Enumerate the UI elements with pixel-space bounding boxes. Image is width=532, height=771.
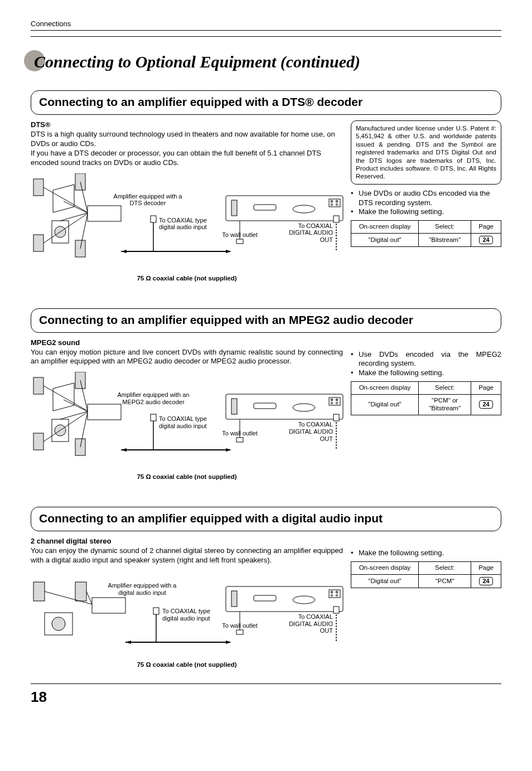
section-2-bullets: •Use DVDs encoded via the MPEG2 recordin…	[351, 350, 501, 379]
diagram-input-label: To COAXIAL type digital audio input	[159, 415, 209, 429]
section-3-body: You can enjoy the dynamic sound of 2 cha…	[31, 546, 343, 565]
svg-point-54	[293, 404, 315, 411]
svg-point-57	[336, 399, 338, 401]
settings-table-1: On-screen display Select: Page "Digital …	[351, 220, 501, 247]
table-cell-page: 24	[471, 575, 501, 588]
svg-point-56	[331, 399, 333, 401]
svg-rect-2	[33, 235, 43, 251]
svg-marker-16	[121, 250, 127, 253]
table-header: Page	[471, 221, 501, 234]
table-header: On-screen display	[351, 562, 419, 575]
svg-point-83	[331, 594, 333, 597]
bullet-text: Make the following setting.	[359, 368, 444, 378]
svg-rect-63	[333, 414, 339, 421]
table-cell-page: 24	[471, 234, 501, 247]
svg-point-58	[331, 402, 333, 405]
svg-rect-55	[329, 397, 340, 405]
svg-rect-45	[88, 404, 121, 420]
svg-point-22	[293, 205, 315, 213]
page-ref-box: 24	[479, 400, 492, 409]
section-2-body: You can enjoy motion picture and live co…	[31, 348, 343, 367]
bullet-text: Make the following setting.	[359, 549, 444, 558]
section-heading-box: Connecting to an amplifier equipped with…	[31, 90, 501, 115]
section-3-title: Connecting to an amplifier equipped with…	[39, 512, 493, 525]
settings-table-2: On-screen display Select: Page "Digital …	[351, 381, 501, 415]
svg-point-79	[293, 596, 315, 604]
svg-point-67	[52, 617, 65, 631]
svg-rect-50	[151, 414, 156, 421]
svg-rect-64	[33, 582, 45, 601]
table-header: On-screen display	[351, 382, 419, 395]
diagram-cable-caption: 75 Ω coaxial cable (not supplied)	[31, 473, 343, 480]
section-heading-box: Connecting to an amplifier equipped with…	[31, 308, 501, 333]
bullet-text: Make the following setting.	[359, 207, 444, 217]
svg-rect-19	[226, 196, 343, 221]
svg-rect-31	[333, 216, 339, 222]
svg-rect-77	[231, 591, 237, 607]
section-3-subhead: 2 channel digital stereo	[31, 537, 501, 545]
svg-marker-47	[226, 448, 231, 452]
svg-rect-80	[329, 590, 340, 598]
diagram-input-label: To COAXIAL type digital audio input	[159, 217, 209, 231]
svg-line-11	[60, 213, 88, 221]
svg-point-27	[336, 203, 338, 206]
svg-rect-18	[151, 216, 156, 222]
diagram-cable-caption: 75 Ω coaxial cable (not supplied)	[31, 275, 343, 282]
section-3-diagram: Amplifier equipped with a digital audio …	[31, 571, 343, 660]
svg-marker-72	[226, 641, 231, 644]
table-cell-page: 24	[471, 395, 501, 415]
page-title: Connecting to Optional Equipment (contin…	[31, 52, 501, 71]
svg-rect-51	[226, 394, 343, 419]
section-1-diagram: Amplifier equipped with a DTS decoder To…	[31, 173, 343, 274]
diagram-input-label: To COAXIAL type digital audio input	[162, 608, 212, 622]
bullet-text: Use DVDs or audio CDs encoded via the DT…	[359, 189, 501, 208]
page-ref-box: 24	[479, 577, 492, 585]
table-header: Page	[471, 382, 501, 395]
settings-table-3: On-screen display Select: Page "Digital …	[351, 561, 501, 588]
diagram-amp-label: Amplifier equipped with an MEPG2 audio d…	[109, 391, 198, 405]
svg-point-84	[336, 594, 338, 597]
svg-rect-20	[231, 200, 237, 216]
section-2-diagram: Amplifier equipped with an MEPG2 audio d…	[31, 372, 343, 472]
svg-rect-29	[236, 239, 243, 244]
svg-point-26	[331, 203, 333, 206]
svg-rect-21	[254, 205, 276, 210]
svg-point-81	[331, 591, 333, 594]
legal-box: Manufactured under license under U.S. Pa…	[351, 120, 501, 185]
page-ref-box: 24	[479, 236, 492, 244]
svg-rect-76	[226, 586, 343, 612]
svg-point-24	[331, 200, 333, 202]
svg-point-82	[336, 591, 338, 594]
table-cell: "Digital out"	[351, 575, 419, 588]
svg-rect-88	[333, 607, 339, 613]
diagram-cable-caption: 75 Ω coaxial cable (not supplied)	[31, 661, 343, 668]
diagram-amp-label: Amplifier equipped with a digital audio …	[100, 582, 184, 596]
svg-point-25	[336, 200, 338, 202]
table-header: Page	[471, 562, 501, 575]
diagram-out-label: To COAXIAL DIGITAL AUDIO OUT	[283, 421, 333, 442]
diagram-wall-label: To wall outlet	[220, 622, 259, 629]
table-header: On-screen display	[351, 221, 419, 234]
section-1-bullets: •Use DVDs or audio CDs encoded via the D…	[351, 189, 501, 217]
svg-rect-52	[231, 399, 237, 414]
diagram-out-label: To COAXIAL DIGITAL AUDIO OUT	[283, 613, 333, 634]
svg-marker-73	[125, 641, 131, 644]
table-cell: "PCM" or "Bitstream"	[419, 395, 471, 415]
section-2-subhead: MPEG2 sound	[31, 338, 501, 347]
svg-rect-32	[33, 377, 43, 394]
svg-marker-15	[226, 250, 231, 253]
svg-rect-78	[254, 595, 276, 601]
svg-rect-75	[153, 608, 159, 614]
table-cell: "Digital out"	[351, 395, 419, 415]
table-header: Select:	[419, 382, 471, 395]
table-cell: "PCM"	[419, 575, 471, 588]
page-title-row: Connecting to Optional Equipment (contin…	[31, 52, 501, 71]
svg-rect-0	[33, 179, 43, 196]
diagram-wall-label: To wall outlet	[220, 231, 259, 239]
section-1-title: Connecting to an amplifier equipped with…	[39, 95, 493, 109]
table-cell: "Bitstream"	[419, 234, 471, 247]
svg-rect-23	[329, 199, 340, 207]
svg-marker-48	[121, 448, 127, 452]
svg-line-43	[60, 411, 88, 419]
section-1-subhead: DTS®	[31, 120, 343, 129]
